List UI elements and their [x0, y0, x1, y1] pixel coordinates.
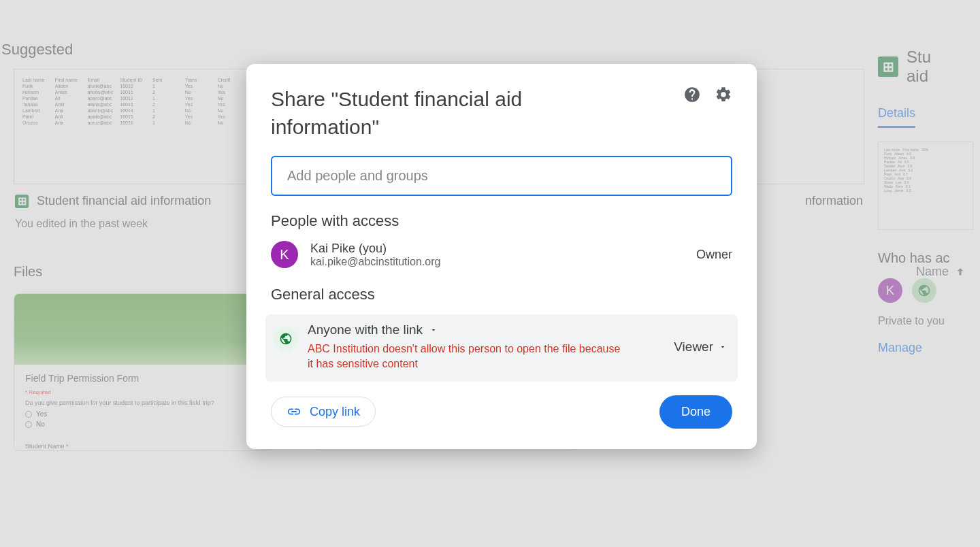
link-icon: [287, 404, 301, 419]
people-with-access-heading: People with access: [271, 212, 732, 230]
copy-link-button[interactable]: Copy link: [271, 397, 376, 427]
person-name: Kai Pike (you): [310, 242, 696, 256]
help-icon[interactable]: [683, 86, 701, 103]
dlp-warning-text: ABC Institution doesn't allow this perso…: [308, 342, 621, 372]
person-row: K Kai Pike (you) kai.pike@abcinstitution…: [271, 241, 732, 268]
add-people-input[interactable]: [271, 156, 732, 196]
chevron-down-icon: [429, 326, 438, 334]
general-access-heading: General access: [271, 286, 732, 303]
share-dialog: Share "Student financial aid information…: [246, 64, 757, 449]
dialog-title: Share "Student financial aid information…: [271, 86, 598, 141]
done-button[interactable]: Done: [659, 395, 732, 429]
general-access-dropdown[interactable]: Anyone with the link: [308, 322, 674, 337]
permission-value: Viewer: [674, 339, 713, 354]
general-access-row: Anyone with the link ABC Institution doe…: [265, 314, 738, 382]
person-role: Owner: [696, 248, 732, 262]
chevron-down-icon: [719, 343, 727, 351]
person-email: kai.pike@abcinstitution.org: [310, 256, 696, 268]
avatar: K: [271, 241, 298, 268]
permission-dropdown[interactable]: Viewer: [674, 339, 727, 354]
general-access-value: Anyone with the link: [308, 322, 423, 337]
globe-icon: [274, 327, 298, 351]
gear-icon[interactable]: [715, 86, 732, 103]
copy-link-label: Copy link: [310, 405, 360, 419]
